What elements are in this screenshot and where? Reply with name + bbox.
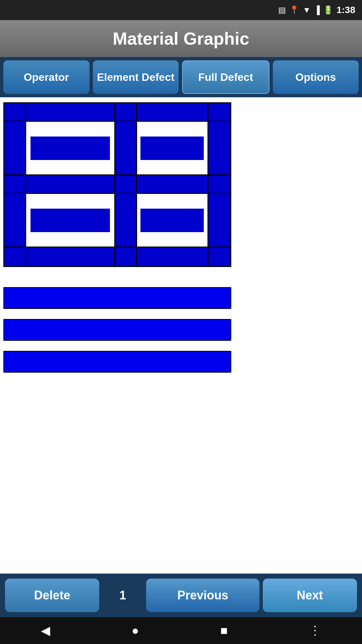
cell-2-d[interactable]	[137, 122, 208, 174]
signal-icon: ▐	[314, 5, 320, 15]
cell-2-b-inner[interactable]	[31, 137, 110, 160]
tab-options[interactable]: Options	[273, 60, 359, 94]
nav-bar: ◀ ● ■ ⋮	[0, 617, 362, 644]
cell-5-a[interactable]	[4, 194, 26, 247]
status-bar: ▤ 📍 ▼ ▐ 🔋 1:38	[0, 0, 362, 20]
cell-7-1[interactable]	[4, 248, 26, 266]
cell-7-2[interactable]	[26, 248, 115, 266]
defect-grid	[3, 102, 231, 267]
tab-element-defect[interactable]: Element Defect	[93, 60, 179, 94]
location-icon: 📍	[289, 5, 299, 15]
cell-4-4[interactable]	[137, 175, 208, 193]
grid-row-5-6	[4, 194, 230, 248]
cell-1-3[interactable]	[115, 103, 137, 121]
cell-2-d-inner[interactable]	[140, 137, 204, 160]
home-icon[interactable]: ●	[132, 624, 139, 638]
app-title: Material Graphic	[113, 29, 249, 49]
summary-bar-1[interactable]	[3, 287, 231, 309]
cell-4-5[interactable]	[208, 175, 230, 193]
cell-2-c[interactable]	[115, 122, 137, 174]
action-bar: Delete 1 Previous Next	[0, 574, 362, 617]
cell-7-3[interactable]	[115, 248, 137, 266]
recents-icon[interactable]: ■	[221, 624, 228, 638]
next-button[interactable]: Next	[263, 579, 357, 612]
summary-bar-3[interactable]	[3, 351, 231, 373]
main-content	[0, 97, 362, 570]
cell-5-c[interactable]	[115, 194, 137, 247]
grid-row-7	[4, 248, 230, 266]
cell-7-5[interactable]	[208, 248, 230, 266]
summary-bar-2[interactable]	[3, 319, 231, 341]
grid-row-2-3	[4, 122, 230, 175]
cell-1-2[interactable]	[26, 103, 115, 121]
status-icons: ▤ 📍 ▼ ▐ 🔋 1:38	[278, 5, 355, 15]
cell-5-d-inner[interactable]	[140, 209, 204, 232]
grid-row-4	[4, 175, 230, 194]
cell-1-5[interactable]	[208, 103, 230, 121]
cell-4-2[interactable]	[26, 175, 115, 193]
grid-row-1	[4, 103, 230, 122]
cell-1-4[interactable]	[137, 103, 208, 121]
app-header: Material Graphic	[0, 20, 362, 57]
sd-card-icon: ▤	[278, 5, 286, 15]
cell-4-3[interactable]	[115, 175, 137, 193]
cell-1-1[interactable]	[4, 103, 26, 121]
status-time: 1:38	[337, 5, 355, 15]
cell-5-d[interactable]	[137, 194, 208, 247]
summary-bars	[3, 287, 359, 373]
tab-bar: Operator Element Defect Full Defect Opti…	[0, 57, 362, 97]
battery-icon: 🔋	[323, 5, 333, 15]
cell-5-b-inner[interactable]	[31, 209, 110, 232]
cell-2-e[interactable]	[208, 122, 230, 174]
previous-button[interactable]: Previous	[146, 579, 259, 612]
cell-2-b[interactable]	[26, 122, 115, 174]
tab-full-defect[interactable]: Full Defect	[182, 60, 269, 94]
cell-5-e[interactable]	[208, 194, 230, 247]
cell-7-4[interactable]	[137, 248, 208, 266]
tab-operator[interactable]: Operator	[3, 60, 89, 94]
cell-5-b[interactable]	[26, 194, 115, 247]
wifi-icon: ▼	[303, 5, 311, 15]
menu-icon[interactable]: ⋮	[309, 624, 321, 638]
cell-4-1[interactable]	[4, 175, 26, 193]
delete-button[interactable]: Delete	[5, 579, 99, 612]
cell-2-a[interactable]	[4, 122, 26, 174]
page-number: 1	[103, 579, 143, 612]
back-icon[interactable]: ◀	[41, 624, 50, 638]
